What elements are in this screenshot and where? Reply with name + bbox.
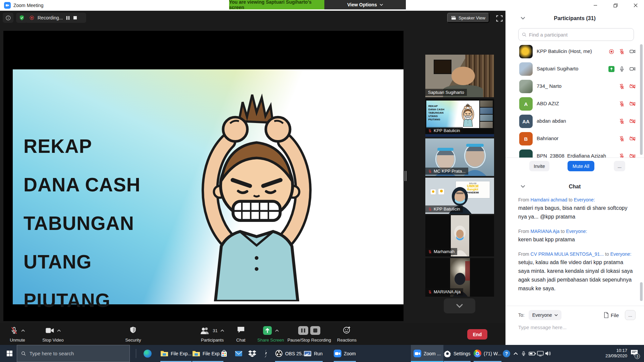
taskbar-mail[interactable]: [235, 345, 243, 362]
share-screen-button[interactable]: Share Screen: [257, 323, 284, 345]
screen-share-banner-text: You are viewing Saptuari Sugiharto's scr…: [229, 0, 324, 10]
participants-icon: [200, 327, 210, 334]
avatar: A: [519, 97, 533, 111]
tray-microphone-icon[interactable]: [521, 345, 526, 362]
restore-button[interactable]: [608, 0, 623, 11]
taskbar-search[interactable]: [17, 345, 130, 362]
pause-stop-recording-label: Pause/Stop Recording: [287, 338, 331, 343]
participant-search[interactable]: [518, 28, 634, 41]
taskbar-file-explorer-2[interactable]: File Exp...: [192, 345, 223, 362]
participant-row[interactable]: AA abdan abdan: [505, 113, 644, 130]
chat-recipient: Everyone:: [610, 251, 631, 257]
taskbar-file-explorer-1[interactable]: File Exp...: [160, 345, 192, 362]
chevron-down-icon: [380, 4, 383, 6]
chat-file-button[interactable]: File: [604, 312, 619, 318]
taskbar-zoom-active[interactable]: Zoom ...: [411, 345, 443, 362]
notification-center-button[interactable]: 3: [631, 345, 638, 362]
camera-off-icon: [629, 101, 636, 107]
tray-show-hidden-icons[interactable]: [514, 345, 518, 362]
video-thumbnail-mc-kpp[interactable]: MC KPP Prata...: [425, 138, 494, 176]
unmute-label: Unmute: [10, 338, 25, 343]
invite-button[interactable]: Invite: [529, 161, 549, 171]
stop-video-button[interactable]: Stop Video: [42, 323, 63, 345]
recording-indicator[interactable]: Recording...: [25, 13, 86, 23]
chat-recipient-dropdown[interactable]: Everyone: [529, 310, 561, 320]
end-meeting-button[interactable]: End: [467, 329, 487, 340]
mini-cartoon: [459, 101, 477, 127]
taskbar-search-input[interactable]: [30, 351, 125, 356]
meeting-info-button[interactable]: [3, 13, 13, 23]
taskbar-edge[interactable]: [144, 345, 152, 362]
taskbar-zoom[interactable]: Zoom: [334, 345, 356, 362]
taskbar-settings[interactable]: Settings: [444, 345, 471, 362]
recording-status-icon: [608, 49, 614, 55]
taskbar-run[interactable]: Run: [304, 345, 323, 362]
mic-muted-icon: [619, 153, 625, 158]
minimize-button[interactable]: [588, 0, 603, 11]
stop-recording-icon[interactable]: [310, 326, 320, 335]
participants-scrollbar[interactable]: [640, 44, 643, 155]
participant-row[interactable]: BPN_23B08_Erdiafiana Azizah: [505, 147, 644, 158]
security-button[interactable]: Security: [125, 323, 141, 345]
pause-recording-icon[interactable]: [66, 16, 70, 20]
chat-button[interactable]: Chat: [236, 323, 245, 345]
reactions-smiley-icon: [343, 326, 351, 334]
share-options-chevron[interactable]: [275, 329, 279, 332]
participants-more-button[interactable]: ...: [614, 161, 625, 171]
video-thumbnail-marhamah[interactable]: Marhamah: [425, 215, 494, 256]
taskbar-dropbox[interactable]: [248, 345, 256, 362]
view-options-button[interactable]: View Options: [324, 0, 406, 9]
sharing-screen-icon: [608, 66, 614, 72]
participants-button[interactable]: 31 Participants: [200, 323, 224, 345]
taskbar-obs[interactable]: OBS 25...: [275, 345, 306, 362]
participant-row[interactable]: A ABD AZIZ: [505, 95, 644, 113]
video-thumbnail-kpp-2[interactable]: SOLUSI UMKM Bangkit PANDEMI KPP Batulici…: [425, 178, 494, 214]
participant-row[interactable]: KPP Batulicin (Host, me): [505, 43, 644, 60]
pause-recording-icon[interactable]: [298, 326, 308, 335]
tray-network-icon[interactable]: [537, 345, 544, 362]
mic-options-chevron[interactable]: [21, 329, 25, 332]
file-explorer-icon: [160, 350, 168, 357]
participant-name: KPP Batulicin (Host, me): [537, 48, 592, 54]
tray-battery-icon[interactable]: [529, 345, 536, 362]
camera-off-icon: [629, 135, 636, 142]
reactions-button[interactable]: Reactions: [337, 323, 357, 345]
taskbar-store[interactable]: [221, 345, 227, 362]
avatar: [519, 80, 533, 93]
fullscreen-button[interactable]: [496, 15, 503, 23]
close-button[interactable]: [628, 0, 643, 11]
participant-name: KPP Batulicin: [434, 128, 460, 133]
participant-name: BPN_23B08_Erdiafiana Azizah: [537, 153, 606, 158]
panel-resize-handle[interactable]: [405, 171, 407, 181]
participants-options-chevron[interactable]: [221, 329, 224, 332]
participant-row[interactable]: Saptuari Sugiharto: [505, 60, 644, 78]
participant-row[interactable]: B Bahrianor: [505, 130, 644, 147]
windows-logo-icon: [7, 351, 12, 356]
start-button[interactable]: [3, 345, 15, 362]
stop-recording-icon[interactable]: [73, 16, 77, 20]
tray-volume-icon[interactable]: [545, 345, 551, 362]
pause-stop-recording-button[interactable]: Pause/Stop Recording: [287, 323, 331, 345]
video-thumbnail-saptuari[interactable]: Saptuari Sugiharto: [425, 55, 494, 97]
collapse-thumbnails-button[interactable]: [444, 298, 475, 313]
video-thumbnail-kpp-share[interactable]: REKAPDANA CASHTABUNGANUTANGPIUTANG KPP B…: [425, 99, 494, 137]
participant-search-input[interactable]: [529, 32, 630, 38]
chat-message: From Hamdani achmad to Everyone: materi …: [518, 197, 636, 221]
muted-mic-icon: [428, 207, 432, 211]
speaker-view-button[interactable]: Speaker View: [447, 13, 489, 23]
video-thumbnail-mariana[interactable]: MARIANA Aja: [425, 258, 494, 297]
chat-scrollbar[interactable]: [640, 282, 643, 301]
taskbar-lightning-app[interactable]: [263, 345, 268, 362]
taskbar-clock[interactable]: 10:17 23/09/2020: [595, 348, 627, 359]
participants-footer: Invite Mute All ...: [505, 158, 644, 174]
participant-row[interactable]: 734_ Narto: [505, 78, 644, 95]
unmute-button[interactable]: Unmute: [10, 323, 25, 345]
store-icon: [221, 350, 227, 357]
video-options-chevron[interactable]: [57, 329, 61, 332]
tray-help-icon[interactable]: ?: [503, 345, 510, 362]
chat-panel-title: Chat: [505, 184, 644, 190]
chat-message-input[interactable]: [518, 324, 632, 330]
mute-all-button[interactable]: Mute All: [568, 161, 594, 171]
chat-more-button[interactable]: ...: [625, 310, 636, 320]
taskbar-chrome[interactable]: (71) W...: [474, 345, 501, 362]
